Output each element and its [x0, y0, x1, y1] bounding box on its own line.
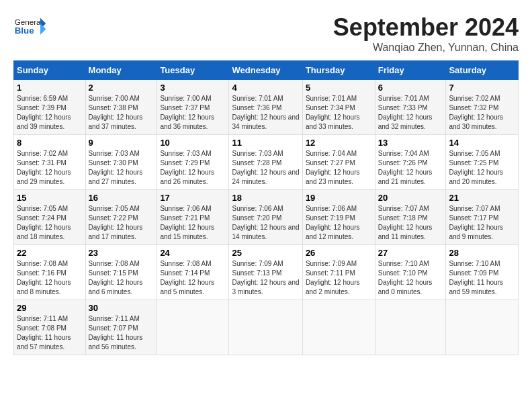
- table-cell: 29 Sunrise: 7:11 AMSunset: 7:08 PMDaylig…: [14, 300, 86, 355]
- calendar-row: 8 Sunrise: 7:02 AMSunset: 7:31 PMDayligh…: [14, 135, 519, 190]
- day-info: Sunrise: 7:00 AMSunset: 7:38 PMDaylight:…: [89, 95, 143, 130]
- day-info: Sunrise: 7:03 AMSunset: 7:29 PMDaylight:…: [160, 150, 214, 185]
- day-number: 6: [378, 83, 443, 93]
- day-info: Sunrise: 7:06 AMSunset: 7:21 PMDaylight:…: [160, 205, 214, 240]
- day-info: Sunrise: 7:07 AMSunset: 7:18 PMDaylight:…: [378, 205, 433, 240]
- table-cell: 15 Sunrise: 7:05 AMSunset: 7:24 PMDaylig…: [14, 190, 86, 245]
- calendar-row: 1 Sunrise: 6:59 AMSunset: 7:39 PMDayligh…: [14, 80, 519, 135]
- day-info: Sunrise: 7:05 AMSunset: 7:24 PMDaylight:…: [17, 205, 71, 240]
- col-monday: Monday: [85, 61, 157, 80]
- table-cell: 13 Sunrise: 7:04 AMSunset: 7:26 PMDaylig…: [375, 135, 446, 190]
- table-cell: 16 Sunrise: 7:05 AMSunset: 7:22 PMDaylig…: [85, 190, 157, 245]
- day-number: 4: [232, 83, 299, 93]
- day-info: Sunrise: 7:04 AMSunset: 7:26 PMDaylight:…: [378, 150, 433, 185]
- page-header: General Blue September 2024 Wanqiao Zhen…: [13, 13, 519, 54]
- calendar-row: 15 Sunrise: 7:05 AMSunset: 7:24 PMDaylig…: [14, 190, 519, 245]
- day-number: 26: [306, 248, 372, 258]
- calendar-body: 1 Sunrise: 6:59 AMSunset: 7:39 PMDayligh…: [14, 80, 519, 355]
- table-cell: 4 Sunrise: 7:01 AMSunset: 7:36 PMDayligh…: [229, 80, 302, 135]
- day-info: Sunrise: 7:06 AMSunset: 7:20 PMDaylight:…: [232, 205, 299, 240]
- title-area: September 2024 Wanqiao Zhen, Yunnan, Chi…: [333, 13, 519, 54]
- col-tuesday: Tuesday: [157, 61, 229, 80]
- svg-text:Blue: Blue: [15, 26, 34, 36]
- day-number: 27: [378, 248, 443, 258]
- calendar-table: Sunday Monday Tuesday Wednesday Thursday…: [13, 60, 519, 355]
- table-cell: 21 Sunrise: 7:07 AMSunset: 7:17 PMDaylig…: [446, 190, 519, 245]
- table-cell: [446, 300, 519, 355]
- day-number: 22: [17, 248, 83, 258]
- col-saturday: Saturday: [446, 61, 519, 80]
- day-number: 8: [17, 138, 83, 148]
- svg-text:General: General: [15, 17, 42, 26]
- day-number: 19: [306, 193, 372, 203]
- col-wednesday: Wednesday: [229, 61, 302, 80]
- day-info: Sunrise: 7:01 AMSunset: 7:34 PMDaylight:…: [306, 95, 360, 130]
- table-cell: 9 Sunrise: 7:03 AMSunset: 7:30 PMDayligh…: [85, 135, 157, 190]
- day-info: Sunrise: 7:09 AMSunset: 7:11 PMDaylight:…: [306, 260, 360, 295]
- day-info: Sunrise: 7:09 AMSunset: 7:13 PMDaylight:…: [232, 260, 299, 295]
- day-info: Sunrise: 7:08 AMSunset: 7:15 PMDaylight:…: [89, 260, 143, 295]
- table-cell: 28 Sunrise: 7:10 AMSunset: 7:09 PMDaylig…: [446, 245, 519, 300]
- table-cell: 19 Sunrise: 7:06 AMSunset: 7:19 PMDaylig…: [302, 190, 375, 245]
- day-number: 10: [160, 138, 226, 148]
- day-info: Sunrise: 7:11 AMSunset: 7:07 PMDaylight:…: [89, 315, 143, 351]
- day-number: 3: [160, 83, 226, 93]
- day-info: Sunrise: 7:01 AMSunset: 7:33 PMDaylight:…: [378, 95, 433, 130]
- table-cell: 20 Sunrise: 7:07 AMSunset: 7:18 PMDaylig…: [375, 190, 446, 245]
- table-cell: 26 Sunrise: 7:09 AMSunset: 7:11 PMDaylig…: [302, 245, 375, 300]
- day-number: 29: [17, 303, 83, 313]
- table-cell: 30 Sunrise: 7:11 AMSunset: 7:07 PMDaylig…: [85, 300, 157, 355]
- day-number: 20: [378, 193, 443, 203]
- day-number: 5: [306, 83, 372, 93]
- day-info: Sunrise: 7:05 AMSunset: 7:25 PMDaylight:…: [449, 150, 503, 185]
- day-info: Sunrise: 6:59 AMSunset: 7:39 PMDaylight:…: [17, 95, 71, 130]
- table-cell: 2 Sunrise: 7:00 AMSunset: 7:38 PMDayligh…: [85, 80, 157, 135]
- calendar-row: 29 Sunrise: 7:11 AMSunset: 7:08 PMDaylig…: [14, 300, 519, 355]
- day-number: 17: [160, 193, 226, 203]
- table-cell: [157, 300, 229, 355]
- day-info: Sunrise: 7:10 AMSunset: 7:10 PMDaylight:…: [378, 260, 433, 295]
- day-number: 23: [89, 248, 154, 258]
- day-info: Sunrise: 7:03 AMSunset: 7:28 PMDaylight:…: [232, 150, 299, 185]
- day-number: 14: [449, 138, 515, 148]
- day-info: Sunrise: 7:07 AMSunset: 7:17 PMDaylight:…: [449, 205, 503, 240]
- day-info: Sunrise: 7:00 AMSunset: 7:37 PMDaylight:…: [160, 95, 214, 130]
- day-info: Sunrise: 7:08 AMSunset: 7:16 PMDaylight:…: [17, 260, 71, 295]
- day-number: 28: [449, 248, 515, 258]
- table-cell: 25 Sunrise: 7:09 AMSunset: 7:13 PMDaylig…: [229, 245, 302, 300]
- day-info: Sunrise: 7:01 AMSunset: 7:36 PMDaylight:…: [232, 95, 299, 130]
- day-info: Sunrise: 7:02 AMSunset: 7:32 PMDaylight:…: [449, 95, 503, 130]
- table-cell: 22 Sunrise: 7:08 AMSunset: 7:16 PMDaylig…: [14, 245, 86, 300]
- day-info: Sunrise: 7:04 AMSunset: 7:27 PMDaylight:…: [306, 150, 360, 185]
- col-thursday: Thursday: [302, 61, 375, 80]
- month-title: September 2024: [333, 13, 519, 42]
- day-number: 21: [449, 193, 515, 203]
- day-number: 1: [17, 83, 83, 93]
- table-cell: [375, 300, 446, 355]
- day-number: 2: [89, 83, 154, 93]
- table-cell: 18 Sunrise: 7:06 AMSunset: 7:20 PMDaylig…: [229, 190, 302, 245]
- day-number: 7: [449, 83, 515, 93]
- table-cell: [229, 300, 302, 355]
- day-number: 30: [89, 303, 154, 313]
- table-cell: 24 Sunrise: 7:08 AMSunset: 7:14 PMDaylig…: [157, 245, 229, 300]
- day-number: 18: [232, 193, 299, 203]
- table-cell: 11 Sunrise: 7:03 AMSunset: 7:28 PMDaylig…: [229, 135, 302, 190]
- table-cell: 6 Sunrise: 7:01 AMSunset: 7:33 PMDayligh…: [375, 80, 446, 135]
- day-number: 24: [160, 248, 226, 258]
- table-cell: [302, 300, 375, 355]
- table-cell: 1 Sunrise: 6:59 AMSunset: 7:39 PMDayligh…: [14, 80, 86, 135]
- table-cell: 23 Sunrise: 7:08 AMSunset: 7:15 PMDaylig…: [85, 245, 157, 300]
- day-info: Sunrise: 7:10 AMSunset: 7:09 PMDaylight:…: [449, 260, 503, 295]
- day-number: 15: [17, 193, 83, 203]
- col-sunday: Sunday: [14, 61, 86, 80]
- location-subtitle: Wanqiao Zhen, Yunnan, China: [333, 42, 519, 54]
- day-info: Sunrise: 7:06 AMSunset: 7:19 PMDaylight:…: [306, 205, 360, 240]
- day-info: Sunrise: 7:03 AMSunset: 7:30 PMDaylight:…: [89, 150, 143, 185]
- day-number: 12: [306, 138, 372, 148]
- col-friday: Friday: [375, 61, 446, 80]
- day-number: 11: [232, 138, 299, 148]
- day-number: 9: [89, 138, 154, 148]
- table-cell: 10 Sunrise: 7:03 AMSunset: 7:29 PMDaylig…: [157, 135, 229, 190]
- day-number: 16: [89, 193, 154, 203]
